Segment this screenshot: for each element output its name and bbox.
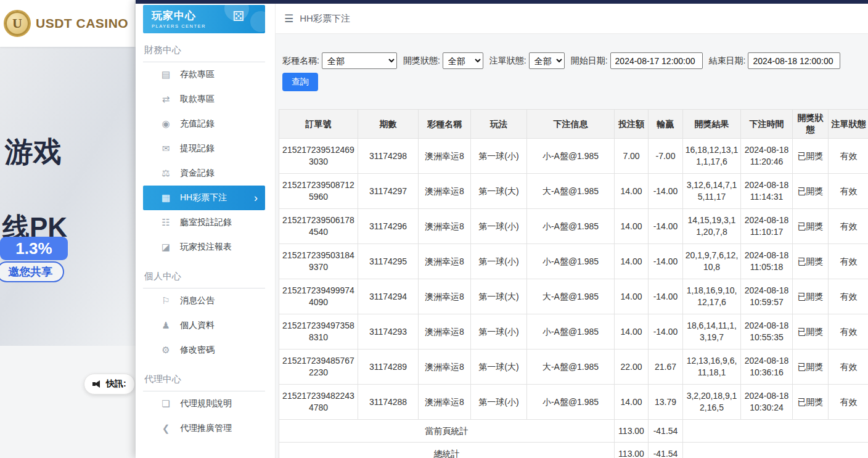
- table-cell: 澳洲幸运8: [419, 139, 471, 174]
- sidebar-item-hh-lottery-bets[interactable]: ▦HH彩票下注›: [143, 186, 265, 210]
- table-cell: 2152172395031849370: [279, 244, 358, 279]
- players-center-panel: ⚄ 玩家中心 PLAYERS CENTER 財務中心▤存款專區⇄取款專區◉充值記…: [136, 0, 868, 458]
- table-cell: 2024-08-18 11:20:46: [741, 139, 793, 174]
- sidebar-item-change-password[interactable]: ⚙修改密碼: [143, 338, 265, 362]
- table-cell: 31174288: [358, 385, 419, 420]
- sidebar-item-withdraw-records[interactable]: ✉提現記錄: [143, 136, 265, 161]
- table-cell: 已開獎: [793, 279, 829, 314]
- table-cell: 16,18,12,13,11,1,17,6: [683, 139, 741, 174]
- news-ticker[interactable]: 快訊:: [84, 374, 135, 395]
- filter-bar: 彩種名稱: 全部 開獎狀態: 全部 注單狀態: 全: [282, 52, 868, 69]
- table-cell: -14.00: [649, 279, 683, 314]
- main-header: ☰ HH彩票下注: [276, 4, 868, 34]
- sidebar-item-funds-records[interactable]: ⚖資金記錄: [143, 161, 265, 186]
- table-cell: 2024-08-18 11:14:31: [741, 174, 793, 209]
- table-row: 215217239508712596031174297澳洲幸运8第一球(大)大-…: [279, 174, 868, 209]
- column-header-bet-time: 下注時間: [741, 110, 793, 139]
- sidebar-item-withdraw[interactable]: ⇄取款專區: [143, 87, 265, 112]
- table-cell: 14.00: [615, 314, 649, 350]
- table-cell: 2024-08-18 10:59:57: [741, 279, 793, 314]
- table-cell: 2024-08-18 10:55:35: [741, 314, 793, 350]
- table-cell: 第一球(小): [471, 385, 527, 420]
- column-header-bet-amount: 投注額: [615, 110, 649, 139]
- order-status-label: 注單狀態:: [489, 55, 526, 67]
- table-cell: 第一球(大): [471, 174, 527, 209]
- table-cell: 大-A盤@1.985: [527, 279, 615, 314]
- table-cell: 13.79: [649, 385, 683, 420]
- table-cell: 澳洲幸运8: [419, 244, 471, 279]
- promo-banner: 游戏 线PK 1.3% 邀您共享: [0, 47, 136, 346]
- table-cell: 已開獎: [793, 209, 829, 244]
- table-cell: -14.00: [649, 209, 683, 244]
- table-cell: 有效: [829, 385, 868, 420]
- ticker-label: 快訊:: [106, 378, 126, 390]
- table-cell: 2152172395087125960: [279, 174, 358, 209]
- table-cell: 1,18,16,9,10,12,17,6: [683, 279, 741, 314]
- table-cell: 有效: [829, 350, 868, 385]
- footer-label: 當前頁統計: [279, 420, 615, 443]
- sidebar-item-label: 代理規則說明: [180, 398, 232, 409]
- sidebar-item-agent-promotion[interactable]: ❮代理推廣管理: [143, 416, 265, 441]
- promo-invite-pill: 邀您共享: [0, 261, 64, 282]
- sidebar-item-recharge-records[interactable]: ◉充值記錄: [143, 112, 265, 136]
- page-title: HH彩票下注: [300, 13, 350, 25]
- sidebar-header: ⚄ 玩家中心 PLAYERS CENTER: [143, 5, 265, 33]
- query-button[interactable]: 查詢: [282, 73, 318, 91]
- sidebar-item-label: 消息公告: [180, 295, 215, 306]
- column-header-draw-result: 開獎結果: [683, 110, 741, 139]
- table-row: 215217239497358831031174293澳洲幸运8第一球(小)小-…: [279, 314, 868, 350]
- sidebar-item-agent-rules[interactable]: ❏代理規則說明: [143, 391, 265, 416]
- table-cell: 已開獎: [793, 314, 829, 350]
- table-cell: -14.00: [649, 244, 683, 279]
- recharge-record-icon: ◉: [159, 118, 173, 129]
- table-cell: 有效: [829, 209, 868, 244]
- sidebar-item-deposit[interactable]: ▤存款專區: [143, 62, 265, 87]
- sidebar-section-title: 代理中心: [143, 374, 265, 385]
- withdraw-record-icon: ✉: [159, 143, 173, 154]
- table-cell: 小-A盤@1.985: [527, 244, 615, 279]
- table-cell: 大-A盤@1.985: [527, 174, 615, 209]
- start-date-input[interactable]: [610, 52, 703, 69]
- footer-empty: [683, 420, 868, 443]
- table-cell: 21.67: [649, 350, 683, 385]
- table-cell: 有效: [829, 139, 868, 174]
- table-cell: -7.00: [649, 139, 683, 174]
- table-cell: 第一球(大): [471, 350, 527, 385]
- chevron-right-icon: ›: [254, 192, 258, 203]
- sidebar-item-label: 修改密碼: [180, 345, 215, 356]
- table-cell: 第一球(大): [471, 279, 527, 314]
- end-date-input[interactable]: [748, 52, 840, 69]
- sidebar-item-announcements[interactable]: ⚐消息公告: [143, 288, 265, 313]
- sidebar-item-label: 資金記錄: [180, 168, 215, 179]
- promo-text-1: 游戏: [5, 133, 62, 171]
- profile-icon: ♟: [159, 320, 173, 331]
- order-status-select[interactable]: 全部: [529, 52, 565, 69]
- sidebar-item-label: 取款專區: [180, 94, 215, 105]
- column-header-draw-status: 開獎狀態: [793, 110, 829, 139]
- hamburger-menu-icon[interactable]: ☰: [284, 12, 293, 25]
- table-cell: 已開獎: [793, 244, 829, 279]
- withdraw-icon: ⇄: [159, 94, 173, 105]
- sidebar-item-player-report[interactable]: ◪玩家投注報表: [143, 235, 265, 260]
- end-date-label: 結束日期:: [709, 55, 746, 67]
- table-body: 215217239512469303031174298澳洲幸运8第一球(小)小-…: [279, 139, 868, 458]
- lottery-name-select[interactable]: 全部: [322, 52, 397, 69]
- table-cell: 有效: [829, 244, 868, 279]
- sidebar-subtitle: PLAYERS CENTER: [152, 23, 265, 29]
- sidebar-item-profile[interactable]: ♟個人資料: [143, 313, 265, 338]
- announcement-icon: ⚐: [159, 295, 173, 306]
- table-cell: 31174295: [358, 244, 419, 279]
- table-cell: 3,2,20,18,9,12,16,5: [683, 385, 741, 420]
- table-cell: 第一球(小): [471, 139, 527, 174]
- sidebar-item-room-bet-records[interactable]: ☷廳室投註記錄: [143, 210, 265, 235]
- table-footer-row: 當前頁統計113.00-41.54: [279, 420, 868, 443]
- sidebar: ⚄ 玩家中心 PLAYERS CENTER 財務中心▤存款專區⇄取款專區◉充值記…: [136, 4, 275, 458]
- footer-label: 總統計: [279, 443, 615, 458]
- draw-status-select[interactable]: 全部: [443, 52, 483, 69]
- table-cell: 31174298: [358, 139, 419, 174]
- table-row: 215217239506178454031174296澳洲幸运8第一球(小)小-…: [279, 209, 868, 244]
- table-row: 215217239485767223031174289澳洲幸运8第一球(大)大-…: [279, 350, 868, 385]
- speaker-icon: [92, 380, 102, 388]
- footer-win-total: -41.54: [649, 420, 683, 443]
- sidebar-item-label: 個人資料: [180, 320, 215, 331]
